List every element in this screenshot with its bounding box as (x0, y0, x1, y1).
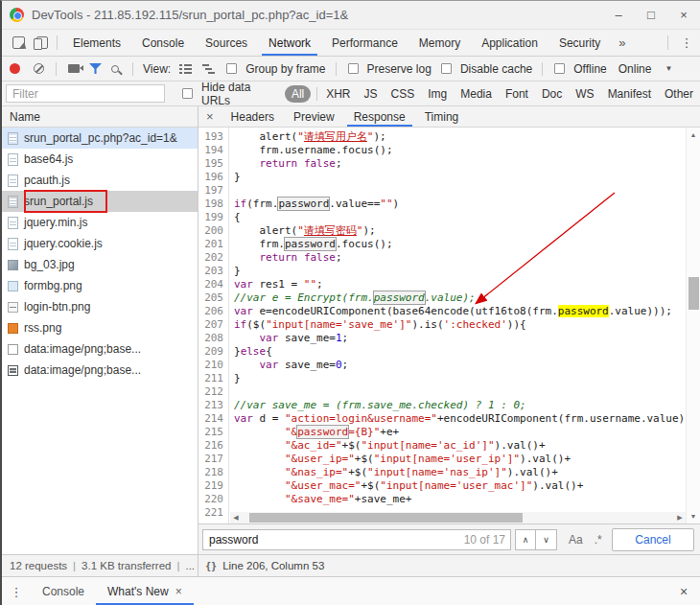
drawer-menu-icon[interactable]: ⋮ (2, 577, 31, 605)
close-drawer-icon[interactable]: × (667, 577, 700, 605)
record-button[interactable] (10, 63, 20, 74)
request-row[interactable]: base64.js (2, 149, 198, 170)
view-waterfall-icon[interactable] (202, 63, 215, 74)
request-row[interactable]: data:image/png;base... (2, 360, 198, 381)
throttling-select[interactable]: Online (618, 62, 652, 76)
offline-label: Offline (573, 62, 606, 76)
tab-performance[interactable]: Performance (321, 30, 408, 56)
close-detail-icon[interactable]: × (198, 106, 222, 127)
type-filter-all[interactable]: All (285, 85, 311, 103)
type-filter-font[interactable]: Font (505, 87, 528, 101)
code-line (234, 184, 686, 198)
type-filter-media[interactable]: Media (460, 87, 492, 101)
type-filter-img[interactable]: Img (428, 87, 447, 101)
drawer-tab-what-s-new[interactable]: What's New× (96, 577, 194, 605)
request-row[interactable]: data:image/png;base... (2, 338, 198, 360)
find-bar: 10 of 17 ∧ ∨ Aa .* Cancel (198, 524, 700, 554)
tab-memory[interactable]: Memory (408, 30, 471, 56)
clear-icon[interactable] (34, 63, 44, 74)
tab-application[interactable]: Application (471, 30, 548, 56)
code-line: alert("请填写用户名"); (234, 130, 686, 144)
type-filter-other[interactable]: Other (665, 87, 693, 101)
vertical-scrollbar[interactable]: ▲ ▼ (686, 128, 700, 524)
detail-tab-preview[interactable]: Preview (284, 106, 344, 127)
devtools-menu-icon[interactable]: ⋮ (673, 30, 700, 56)
summary-more: ... (185, 560, 195, 571)
type-filter-css[interactable]: CSS (391, 87, 415, 101)
scroll-up-icon[interactable]: ▲ (687, 128, 700, 142)
group-by-frame-checkbox[interactable] (226, 63, 237, 74)
screenshot-camera-icon[interactable] (68, 64, 80, 73)
type-filter-doc[interactable]: Doc (542, 87, 562, 101)
maximize-button[interactable]: □ (635, 1, 667, 29)
disable-cache-checkbox[interactable] (441, 63, 452, 74)
close-tab-icon[interactable]: × (175, 585, 182, 598)
pretty-print-icon[interactable]: { } (206, 560, 215, 571)
find-previous-button[interactable]: ∧ (515, 529, 536, 550)
code-line: "&ac_id="+$("input[name='ac_id']").val()… (234, 439, 686, 453)
request-name: base64.js (24, 152, 73, 166)
tab-sources[interactable]: Sources (195, 30, 258, 56)
more-tabs-icon[interactable]: » (611, 30, 633, 56)
filter-funnel-icon[interactable] (89, 63, 102, 74)
search-icon[interactable] (111, 65, 119, 73)
type-filter-js[interactable]: JS (364, 87, 378, 101)
type-filter-xhr[interactable]: XHR (326, 87, 350, 101)
request-name: data:image/png;base... (24, 363, 141, 377)
request-row[interactable]: rss.png (2, 317, 198, 338)
detail-tab-response[interactable]: Response (344, 106, 415, 127)
scroll-left-icon[interactable]: ◀ (230, 512, 242, 524)
request-row[interactable]: login-btn.png (2, 296, 198, 317)
device-toolbar-icon[interactable] (27, 30, 52, 56)
hide-data-urls-label: Hide data URLs (201, 81, 275, 107)
match-case-button[interactable]: Aa (569, 533, 583, 547)
preserve-log-checkbox[interactable] (348, 63, 359, 74)
disable-cache-label: Disable cache (460, 62, 532, 76)
type-filter-manifest[interactable]: Manifest (608, 87, 651, 101)
cancel-button[interactable]: Cancel (612, 528, 694, 551)
tab-security[interactable]: Security (548, 30, 611, 56)
request-row[interactable]: jquery.min.js (2, 212, 198, 233)
request-name: srun_portal_pc.php?ac_id=1& (24, 131, 177, 145)
regex-button[interactable]: .* (595, 533, 602, 547)
image-icon (8, 302, 18, 313)
request-row[interactable]: pcauth.js (2, 170, 198, 191)
request-name: bg_03.jpg (24, 258, 75, 271)
request-row[interactable]: jquery.cookie.js (2, 233, 198, 254)
filter-input[interactable] (6, 84, 165, 103)
request-row[interactable]: formbg.png (2, 275, 198, 296)
request-row[interactable]: srun_portal_pc.php?ac_id=1& (2, 128, 198, 149)
scroll-down-icon[interactable]: ▼ (687, 509, 700, 524)
code-line: return false; (234, 157, 686, 171)
drawer-tab-console[interactable]: Console (31, 577, 96, 605)
request-row[interactable]: bg_03.jpg (2, 254, 198, 275)
hide-data-urls-checkbox[interactable] (182, 88, 193, 99)
tab-elements[interactable]: Elements (62, 30, 131, 56)
chevron-down-icon[interactable]: ▼ (665, 64, 672, 73)
view-list-icon[interactable] (179, 63, 192, 74)
detail-tab-headers[interactable]: Headers (222, 106, 284, 127)
code-line: //var save_me = (frm.save_me.checked) ? … (234, 399, 686, 412)
tab-console[interactable]: Console (131, 30, 195, 56)
inspect-element-icon[interactable] (2, 30, 27, 56)
code-line: frm.username.focus(); (234, 144, 686, 157)
drawer-tab-bar: ⋮ ConsoleWhat's New× × (2, 576, 700, 605)
request-name: login-btn.png (24, 300, 90, 314)
scroll-right-icon[interactable]: ▶ (674, 512, 686, 524)
preserve-log-label: Preserve log (367, 62, 432, 76)
type-filter-ws[interactable]: WS (575, 87, 594, 101)
code-line: var res1 = ""; (234, 278, 686, 291)
name-column-header[interactable]: Name (2, 106, 198, 128)
close-button[interactable]: × (667, 1, 700, 29)
vertical-scroll-thumb[interactable] (688, 277, 699, 310)
horizontal-scroll-thumb[interactable] (249, 513, 523, 523)
filter-bar: Hide data URLs All XHRJSCSSImgMediaFontD… (2, 81, 700, 106)
find-next-button[interactable]: ∨ (536, 529, 557, 550)
request-row[interactable]: srun_portal.js (2, 191, 198, 212)
offline-checkbox[interactable] (554, 63, 565, 74)
detail-tab-timing[interactable]: Timing (415, 106, 469, 127)
tab-network[interactable]: Network (258, 30, 321, 56)
horizontal-scrollbar[interactable]: ◀ ▶ (230, 512, 686, 524)
minimize-button[interactable]: – (602, 1, 635, 29)
code-line: var save_me=0; (234, 359, 686, 372)
